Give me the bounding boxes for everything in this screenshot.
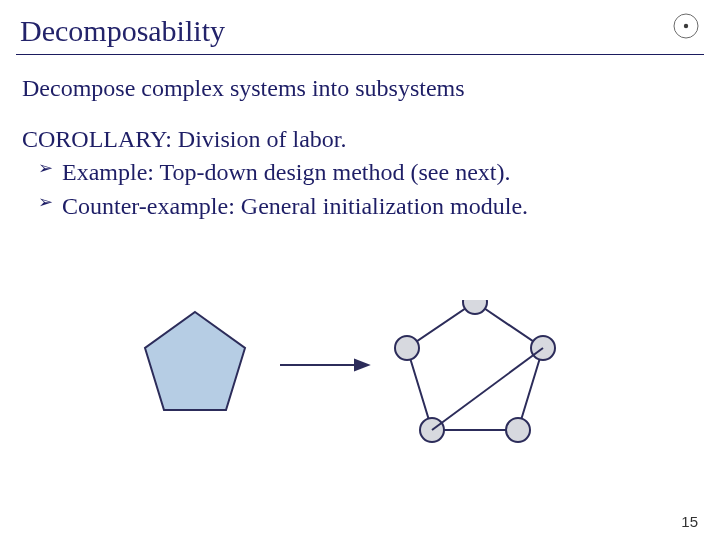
svg-point-8: [395, 336, 419, 360]
svg-point-4: [463, 300, 487, 314]
svg-marker-3: [355, 360, 368, 370]
svg-point-6: [506, 418, 530, 442]
slide-body: Decompose complex systems into subsystem…: [0, 55, 720, 222]
graph-edge: [432, 348, 543, 430]
pentagon-filled-icon: [145, 312, 245, 410]
decomposition-diagram: [140, 300, 600, 470]
bullet-counter-example: Counter-example: General initialization …: [22, 191, 698, 222]
page-number: 15: [681, 513, 698, 530]
bullet-example: Example: Top-down design method (see nex…: [22, 157, 698, 188]
pentagon-outline-icon: [407, 302, 543, 430]
lead-paragraph: Decompose complex systems into subsystem…: [22, 73, 698, 104]
graph-nodes: [395, 300, 555, 442]
logo-icon: [672, 12, 700, 40]
svg-point-1: [684, 24, 688, 28]
slide: Decomposability Decompose complex system…: [0, 0, 720, 540]
arrow-icon: [280, 360, 368, 370]
corollary-line: COROLLARY: Division of labor.: [22, 124, 698, 155]
page-title: Decomposability: [0, 0, 720, 54]
